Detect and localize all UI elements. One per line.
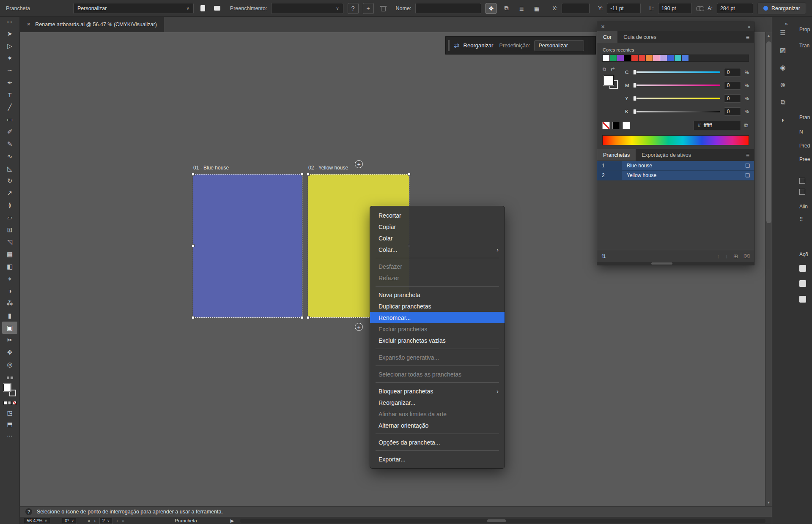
vertical-scrollbar[interactable]: ▲ ▼ <box>765 32 772 506</box>
artboard-row[interactable]: 2Yellow house❏ <box>597 171 754 180</box>
move-down-icon[interactable]: ↓ <box>725 253 728 259</box>
selection-handle[interactable] <box>307 173 310 176</box>
eraser-tool[interactable]: ◺ <box>2 162 17 175</box>
rotate-tool[interactable]: ↻ <box>2 175 17 187</box>
tab-pranchetas[interactable]: Pranchetas <box>597 149 636 161</box>
orientation-portrait-button[interactable] <box>198 3 208 14</box>
blend-tool[interactable]: ◑ <box>2 285 17 297</box>
menu-item-alternar-orienta-o[interactable]: Alternar orientação <box>370 420 505 431</box>
hand-tool[interactable]: ✥ <box>2 346 17 358</box>
panel-scrollbar-thumb[interactable] <box>651 262 672 265</box>
m-slider-thumb[interactable] <box>633 83 636 88</box>
recent-color-swatch[interactable] <box>603 55 610 61</box>
direct-selection-tool[interactable]: ▷ <box>2 40 17 52</box>
screen-mode-button[interactable]: ⬒ <box>7 421 12 428</box>
artboard-blue-house[interactable] <box>193 175 302 317</box>
recent-color-swatch[interactable] <box>660 55 667 61</box>
reorganize-preset-select[interactable]: Personalizar <box>534 40 584 51</box>
new-artboard-button[interactable]: + <box>363 3 374 14</box>
mini-fill-stroke-icon[interactable]: ⧉ <box>603 66 606 72</box>
first-artboard-icon[interactable]: « <box>88 518 90 523</box>
artboard-options-button[interactable]: ≣ <box>516 3 527 14</box>
spheres-panel-icon[interactable]: ◉ <box>777 63 788 73</box>
recent-color-swatch[interactable] <box>624 55 631 61</box>
artboard-name-input[interactable] <box>415 3 481 14</box>
reorder-artboards-icon[interactable]: ⇅ <box>601 253 606 259</box>
collapse-panel-icon[interactable]: « <box>748 24 750 29</box>
fill-swatch[interactable] <box>3 384 11 391</box>
pen-tool[interactable]: ✒ <box>2 76 17 89</box>
mesh-tool[interactable]: ▦ <box>2 248 17 260</box>
width-tool[interactable]: ≬ <box>2 199 17 211</box>
menu-item-colar[interactable]: Colar <box>370 232 505 244</box>
recent-color-swatch[interactable] <box>675 55 682 61</box>
symbol-sprayer-tool[interactable]: ⁂ <box>2 297 17 309</box>
menu-item-duplicar-pranchetas[interactable]: Duplicar pranchetas <box>370 300 505 312</box>
last-artboard-icon[interactable]: » <box>122 518 124 523</box>
recent-color-swatch[interactable] <box>667 55 675 61</box>
slice-tool[interactable]: ✂ <box>2 334 17 346</box>
y-input[interactable] <box>607 3 641 14</box>
selection-handle[interactable] <box>192 316 195 319</box>
gradient-panel-icon[interactable]: ▨ <box>777 45 788 55</box>
previous-artboard-icon[interactable]: ‹ <box>94 518 96 523</box>
artboard-page-icon[interactable]: ❏ <box>745 163 754 169</box>
recent-color-swatch[interactable] <box>646 55 653 61</box>
fill-proxy-swatch[interactable] <box>604 75 614 85</box>
panel-menu-icon[interactable]: ≡ <box>741 34 754 41</box>
scale-tool[interactable]: ↗ <box>2 187 17 199</box>
recent-color-swatch[interactable] <box>653 55 660 61</box>
free-transform-tool[interactable]: ▱ <box>2 211 17 224</box>
dock-checkbox[interactable] <box>799 189 805 195</box>
m-slider[interactable] <box>634 85 720 86</box>
y-slider-thumb[interactable] <box>633 96 636 101</box>
m-value-input[interactable]: 0 <box>724 81 741 90</box>
none-swatch[interactable] <box>602 122 610 129</box>
artboard-preset-select[interactable]: Personalizar ∨ <box>73 3 194 14</box>
layers-panel-icon[interactable]: ⧉ <box>777 97 788 107</box>
menu-item-op-es-da-prancheta[interactable]: Opções da prancheta... <box>370 437 505 448</box>
move-up-icon[interactable]: ↑ <box>717 253 720 259</box>
artboard-number-select[interactable]: 2 ∨ <box>99 518 113 524</box>
horizontal-scrollbar[interactable] <box>240 519 765 523</box>
gradient-button[interactable] <box>8 401 12 405</box>
selection-handle[interactable] <box>301 173 304 176</box>
y-value-input[interactable]: 0 <box>724 94 741 103</box>
orientation-landscape-button[interactable] <box>212 3 222 14</box>
artboard-row[interactable]: 1Blue house❏ <box>597 161 754 171</box>
toolbar-grip-icon[interactable]: ∷∷ <box>7 20 12 24</box>
a-input[interactable] <box>717 3 753 14</box>
c-slider-thumb[interactable] <box>633 70 636 75</box>
recent-color-swatch[interactable] <box>610 55 617 61</box>
delete-artboard-icon[interactable]: ⌧ <box>743 253 750 259</box>
play-icon[interactable]: ▶ <box>230 518 234 524</box>
close-icon[interactable]: ✕ <box>27 22 30 27</box>
recent-color-swatch[interactable] <box>631 55 639 61</box>
magic-wand-tool[interactable]: ✶ <box>2 52 17 64</box>
c-value-input[interactable]: 0 <box>724 68 741 76</box>
recent-color-swatch[interactable] <box>682 55 689 61</box>
panel-fill-stroke-proxy[interactable]: ⧉ ⇄ <box>602 67 621 109</box>
document-tab[interactable]: ✕ Rename artboards.ai @ 56.47 % (CMYK/Vi… <box>20 17 164 32</box>
menu-item-reorganizar[interactable]: Reorganizar... <box>370 397 505 408</box>
scroll-up-icon[interactable]: ▲ <box>765 34 772 38</box>
copy-hex-icon[interactable]: ⧉ <box>743 122 749 129</box>
dock-button[interactable] <box>799 265 806 272</box>
perspective-grid-tool[interactable]: ◹ <box>2 236 17 248</box>
new-artboard-icon[interactable]: ⊞ <box>733 253 738 259</box>
selection-handle[interactable] <box>192 173 195 176</box>
zoom-tool[interactable]: ◎ <box>2 358 17 371</box>
artboard-page-icon[interactable]: ❏ <box>745 172 754 178</box>
add-artboard-badge[interactable]: + <box>355 160 363 168</box>
properties-panel-icon[interactable]: ☰ <box>777 28 788 38</box>
k-slider[interactable] <box>634 111 720 112</box>
menu-item-bloquear-pranchetas[interactable]: Bloquear pranchetas› <box>370 385 505 397</box>
selection-handle[interactable] <box>408 173 411 176</box>
vertical-scrollbar-thumb[interactable] <box>766 41 771 223</box>
none-button[interactable] <box>13 401 16 405</box>
smooth-tool[interactable]: ∿ <box>2 150 17 162</box>
tab-guia-de-cores[interactable]: Guia de cores <box>617 31 662 43</box>
grid-layout-button[interactable]: ▦ <box>531 3 542 14</box>
fill-stroke-proxy[interactable] <box>3 384 16 396</box>
panel-menu-icon[interactable]: ≡ <box>741 152 754 158</box>
